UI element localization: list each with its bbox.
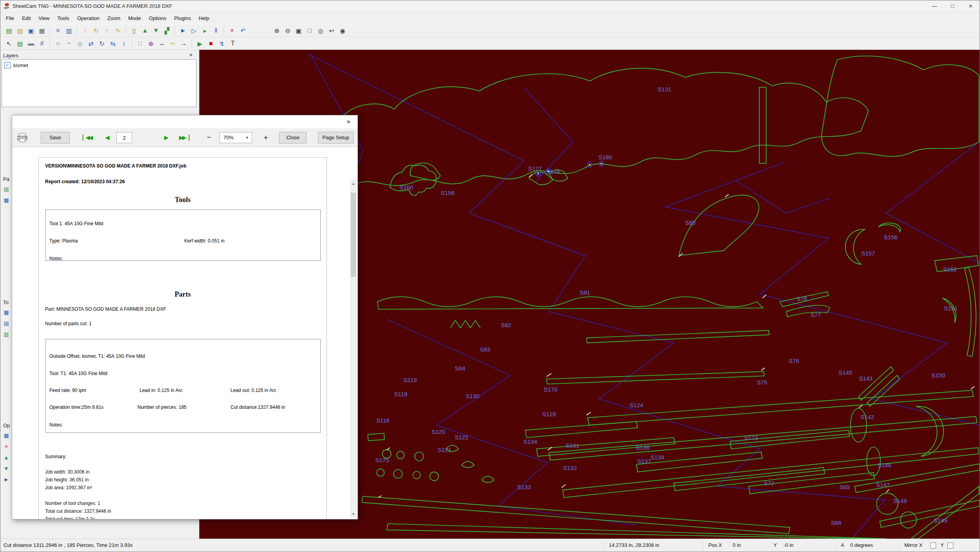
move-part-icon[interactable]: ⇄ [86,38,96,49]
menu-item-zoom[interactable]: Zoom [103,13,124,23]
run-post-icon[interactable]: ► [178,26,188,36]
lead-out: Lead out: 0.125 in Arc [230,388,276,393]
tool-edit-icon[interactable]: ▤ [2,319,11,328]
delete-icon[interactable]: × [227,26,237,36]
zoom-drawing-icon[interactable]: ◉ [338,26,348,36]
dialog-title-bar[interactable]: × [12,115,358,128]
tools-panel-tab[interactable]: To [3,299,12,305]
last-page-button[interactable]: ▶▶▕ [176,132,192,144]
layer-checkbox[interactable]: ✓ [4,62,11,68]
print-icon[interactable]: ▦ [37,26,47,36]
scrollbar-thumb[interactable] [351,193,356,277]
close-button[interactable]: Close [279,132,307,144]
tool-add-icon[interactable]: ▦ [2,308,11,317]
post-options-icon[interactable]: ▷ [189,26,199,36]
chevron-down-icon: ▼ [245,133,249,143]
part-up-icon[interactable]: ▲ [140,26,150,36]
part-tools-icon[interactable]: ▦ [2,196,11,204]
node-edit-icon[interactable]: ◇ [75,38,85,49]
scale-part-icon[interactable]: ↕ [119,38,129,49]
op-down-icon[interactable]: ▼ [2,464,11,473]
layer-row[interactable]: ✓ kismet [2,60,196,71]
menu-item-file[interactable]: File [2,13,18,23]
close-icon[interactable]: × [187,51,194,58]
mirror-x-label: Mirror X [904,542,922,548]
select-icon[interactable]: ↖ [4,38,14,49]
ruler-icon[interactable]: ═ [168,38,178,49]
text-tool-icon[interactable]: T [228,38,238,49]
maximize-icon[interactable]: □ [944,0,962,12]
zoom-extents-icon[interactable]: □ [305,26,315,36]
jog-icon[interactable]: → [179,38,189,49]
op-run-icon[interactable]: ► [2,475,11,484]
menu-item-mode[interactable]: Mode [124,13,145,23]
undo-icon[interactable]: ↶ [238,26,248,36]
nest-parts-icon[interactable]: ▞ [162,26,172,36]
run-simulation-icon[interactable]: ▶ [195,38,205,49]
operations-panel-tab[interactable]: Op [3,423,12,428]
first-page-button[interactable]: ▏◀◀ [80,132,95,144]
scroll-down-icon[interactable]: ▼ [351,511,356,517]
import-drawing-icon[interactable]: ↓ [80,26,90,36]
previous-page-button[interactable]: ◀ [102,132,113,144]
mirror-x-checkbox[interactable] [930,543,936,548]
show-parts-icon[interactable]: ▯ [129,26,139,36]
menu-item-view[interactable]: View [34,13,53,23]
menu-item-help[interactable]: Help [195,13,213,23]
op-add-icon[interactable]: ▦ [2,431,11,440]
zoom-in-button[interactable]: + [260,132,272,144]
mirror-part-icon[interactable]: ⇆ [108,38,118,49]
part-down-icon[interactable]: ▼ [151,26,161,36]
menu-item-edit[interactable]: Edit [18,13,34,23]
simulate-icon[interactable]: ▸ [200,26,210,36]
op-up-icon[interactable]: ▲ [2,453,11,462]
menu-item-tools[interactable]: Tools [53,13,73,23]
print-icon[interactable] [17,133,28,143]
zoom-out-icon[interactable]: ⊖ [283,26,293,36]
close-icon[interactable]: × [339,115,358,128]
tool-table-icon[interactable]: ▥ [2,330,11,339]
start-point-icon[interactable]: ↯ [217,38,227,49]
rotate-part-icon[interactable]: ↻ [97,38,107,49]
grid-icon[interactable]: # [37,38,47,49]
zoom-window-icon[interactable]: ▣ [294,26,304,36]
zoom-out-button[interactable]: − [203,132,215,144]
layers-icon[interactable]: ▤ [15,38,25,49]
open-job-icon[interactable]: ▨ [15,26,25,36]
part-list-icon[interactable]: ▤ [2,185,11,193]
menu-item-operation[interactable]: Operation [73,13,103,23]
path-icon[interactable]: ~ [64,38,74,49]
edit-drawing-icon[interactable]: ✎ [113,26,123,36]
export-drawing-icon[interactable]: ↑ [102,26,112,36]
new-job-icon[interactable]: ▤ [4,26,14,36]
mirror-y-checkbox[interactable] [947,543,953,548]
zoom-part-icon[interactable]: ◎ [316,26,326,36]
close-icon[interactable]: × [962,0,980,12]
op-delete-icon[interactable]: × [2,442,11,451]
zoom-in-icon[interactable]: ⊕ [272,26,282,36]
save-job-icon[interactable]: ▣ [26,26,36,36]
page-number-input[interactable] [116,132,132,143]
material-icon[interactable]: ▬ [26,38,36,49]
next-page-button[interactable]: ▶ [160,132,171,144]
array-icon[interactable]: ∷ [135,38,145,49]
preview-scrollbar[interactable]: ▲ ▼ [350,180,356,517]
job-options-icon[interactable]: ≡ [53,26,63,36]
zoom-level-select[interactable]: 70% ▼ [220,132,252,143]
pause-icon[interactable]: ‖ [211,26,221,36]
page-setup-button[interactable]: Page Setup [318,132,354,144]
scroll-up-icon[interactable]: ▲ [351,181,356,187]
contour-icon[interactable]: ∩ [53,38,63,49]
machine-options-icon[interactable]: ▥ [64,26,74,36]
menu-item-options[interactable]: Options [145,13,171,23]
reload-drawing-icon[interactable]: ↻ [91,26,101,36]
toolbar-separator [224,26,224,35]
parts-panel-tab[interactable]: Pa [3,176,12,182]
save-button[interactable]: Save [41,132,70,144]
measure-icon[interactable]: ↔ [157,38,167,49]
stop-icon[interactable]: ■ [206,38,216,49]
minimize-icon[interactable]: — [926,0,944,12]
menu-item-plugins[interactable]: Plugins [170,13,195,23]
zoom-previous-icon[interactable]: ↩ [327,26,337,36]
origin-icon[interactable]: ⊕ [146,38,156,49]
